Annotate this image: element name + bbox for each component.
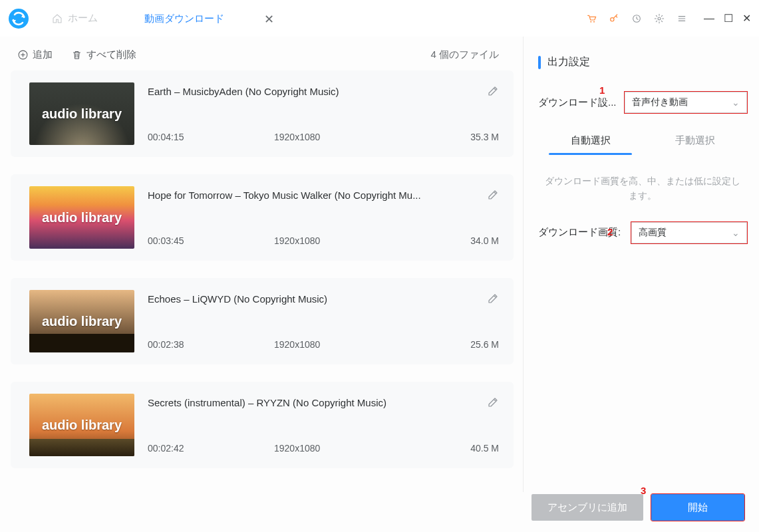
- trash-icon: [71, 49, 82, 61]
- svg-point-0: [9, 9, 29, 29]
- edit-icon[interactable]: [487, 396, 499, 408]
- thumbnail: audio library: [29, 394, 134, 456]
- quality-help-text: ダウンロード画質を高、中、または低に設定します。: [538, 174, 747, 203]
- tab-home[interactable]: ホーム: [37, 0, 112, 37]
- gear-icon[interactable]: [653, 13, 665, 25]
- plus-circle-icon: [17, 49, 29, 61]
- list-item[interactable]: audio library Hope for Tomorrow – Tokyo …: [11, 174, 514, 261]
- item-size: 25.6 M: [470, 339, 499, 350]
- item-resolution: 1920x1080: [274, 339, 470, 350]
- item-duration: 00:02:38: [148, 339, 274, 350]
- history-icon[interactable]: [631, 13, 643, 25]
- window-maximize-button[interactable]: ☐: [724, 12, 733, 25]
- download-icon: [127, 14, 138, 25]
- titlebar-actions: — ☐ ✕: [585, 12, 754, 25]
- edit-icon[interactable]: [487, 85, 499, 97]
- cart-icon[interactable]: [585, 13, 597, 25]
- item-resolution: 1920x1080: [274, 443, 470, 454]
- tab-download[interactable]: 動画ダウンロード ✕: [112, 0, 286, 37]
- edit-icon[interactable]: [487, 189, 499, 201]
- svg-point-4: [593, 21, 595, 22]
- svg-point-3: [590, 21, 591, 22]
- item-title: Echoes – LiQWYD (No Copyright Music): [148, 293, 480, 305]
- section-title: 出力設定: [538, 55, 747, 69]
- download-quality-select[interactable]: 高画質 ⌄: [631, 222, 747, 243]
- tab-close-button[interactable]: ✕: [264, 12, 274, 27]
- file-count: 4 個のファイル: [430, 49, 499, 61]
- item-resolution: 1920x1080: [274, 132, 470, 142]
- delete-all-label: すべて削除: [86, 49, 136, 61]
- download-quality-label: ダウンロード画質:: [538, 226, 631, 239]
- list-toolbar: 追加 すべて削除 4 個のファイル: [11, 37, 516, 70]
- tab-home-label: ホーム: [68, 12, 98, 25]
- quality-tabs: 自動選択 手動選択: [538, 128, 747, 155]
- main-area: 追加 すべて削除 4 個のファイル audio library Earth – …: [0, 37, 759, 492]
- svg-point-7: [658, 17, 661, 20]
- item-title: Secrets (instrumental) – RYYZN (No Copyr…: [148, 397, 480, 408]
- start-button[interactable]: 開始: [651, 494, 744, 521]
- thumbnail: audio library: [29, 82, 134, 145]
- item-duration: 00:03:45: [148, 235, 274, 246]
- item-title: Earth – MusicbyAden (No Copyright Music): [148, 86, 480, 97]
- delete-all-button[interactable]: すべて削除: [71, 49, 136, 61]
- file-list[interactable]: audio library Earth – MusicbyAden (No Co…: [11, 70, 516, 492]
- download-setting-select[interactable]: 音声付き動画 ⌄: [625, 92, 747, 113]
- thumbnail: audio library: [29, 186, 134, 249]
- item-title: Hope for Tomorrow – Tokyo Music Walker (…: [148, 190, 480, 201]
- add-button[interactable]: 追加: [17, 49, 53, 61]
- app-logo: [8, 8, 29, 29]
- chevron-down-icon: ⌄: [732, 227, 740, 238]
- panel-divider: [523, 37, 524, 492]
- list-item[interactable]: audio library Echoes – LiQWYD (No Copyri…: [11, 278, 514, 364]
- window-minimize-button[interactable]: —: [704, 13, 714, 25]
- item-size: 35.3 M: [470, 132, 499, 142]
- home-icon: [52, 13, 63, 24]
- tab-manual-select[interactable]: 手動選択: [643, 128, 747, 155]
- item-duration: 00:04:15: [148, 132, 274, 142]
- list-item[interactable]: audio library Earth – MusicbyAden (No Co…: [11, 70, 514, 157]
- download-setting-label: ダウンロード設...: [538, 96, 625, 109]
- add-to-assembly-button[interactable]: アセンブリに追加: [531, 494, 643, 521]
- add-label: 追加: [33, 49, 53, 61]
- output-settings-panel: 出力設定 ダウンロード設... 音声付き動画 ⌄ 自動選択 手動選択 ダウンロー…: [525, 37, 759, 492]
- item-resolution: 1920x1080: [274, 235, 470, 246]
- file-list-panel: 追加 すべて削除 4 個のファイル audio library Earth – …: [0, 37, 522, 492]
- tab-download-label: 動画ダウンロード: [144, 13, 224, 25]
- item-size: 34.0 M: [470, 235, 499, 246]
- tab-bar: ホーム 動画ダウンロード ✕: [37, 0, 585, 37]
- window-close-button[interactable]: ✕: [742, 12, 751, 25]
- edit-icon[interactable]: [487, 293, 499, 305]
- list-item[interactable]: audio library Secrets (instrumental) – R…: [11, 382, 514, 468]
- footer: アセンブリに追加 開始: [531, 492, 759, 532]
- item-duration: 00:02:42: [148, 443, 274, 454]
- menu-icon[interactable]: [676, 13, 688, 25]
- titlebar: ホーム 動画ダウンロード ✕ — ☐ ✕: [0, 0, 759, 37]
- tab-auto-select[interactable]: 自動選択: [538, 128, 643, 155]
- thumbnail: audio library: [29, 290, 134, 352]
- chevron-down-icon: ⌄: [732, 97, 740, 108]
- key-icon[interactable]: [608, 13, 620, 25]
- item-size: 40.5 M: [470, 443, 499, 454]
